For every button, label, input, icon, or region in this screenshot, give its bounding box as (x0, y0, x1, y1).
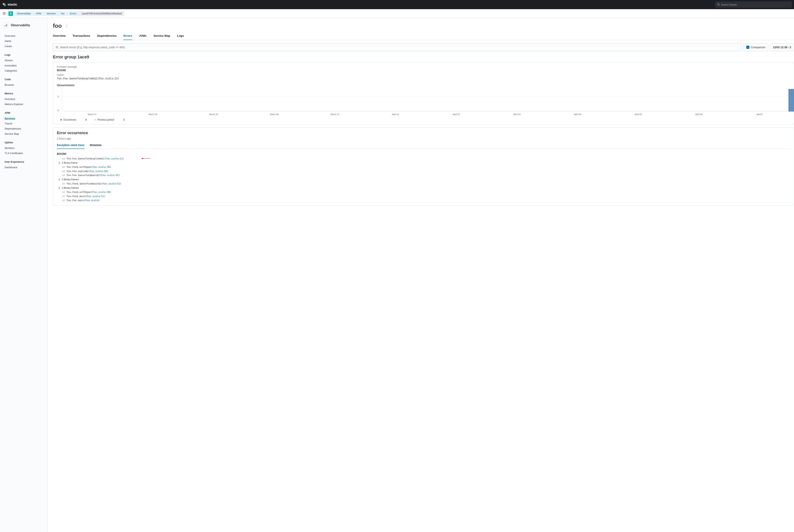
svg-point-8 (56, 46, 58, 48)
sidebar-item-overview[interactable]: Overview (0, 33, 47, 38)
error-search-input[interactable]: Search errors (E.g. http.response.status… (53, 43, 741, 51)
search-icon (56, 46, 58, 49)
stack-trace: at foo.Foo.$anonfun$explode$1(Foo.scala:… (57, 156, 790, 202)
source-link[interactable]: (Foo.scala:55) (100, 174, 120, 177)
svg-rect-6 (5, 24, 6, 26)
tab-dependencies[interactable]: Dependencies (97, 34, 117, 40)
legend-occurrences[interactable]: Occurences 8 (60, 118, 87, 121)
main-content: foo OverviewTransactionsDependenciesErro… (48, 18, 794, 532)
sidebar-title: Observability (0, 21, 47, 32)
sidebar: Observability OverviewAlertsCasesLogsStr… (0, 18, 48, 532)
chevron-right-icon: ❯ (58, 187, 60, 189)
brand-text: elastic (8, 3, 17, 6)
occurrences-title: Occurrences (57, 83, 790, 87)
subtab-metadata[interactable]: Metadata (90, 144, 101, 149)
source-link[interactable]: (Foo.scala) (84, 199, 100, 202)
sidebar-item-monitors[interactable]: Monitors (0, 146, 47, 151)
sidebar-item-browser[interactable]: Browser (0, 82, 47, 88)
source-link[interactable]: (Foo.scala:38) (91, 166, 111, 168)
legend-previous-period[interactable]: Previous period 0 (94, 118, 125, 121)
sidebar-item-cases[interactable]: Cases (0, 44, 47, 49)
culprit-label: Culprit (57, 74, 790, 76)
svg-line-9 (58, 48, 58, 49)
global-search-placeholder: Search Elastic (721, 3, 737, 6)
sidebar-item-anomalies[interactable]: Anomalies (0, 63, 47, 68)
sidebar-item-categories[interactable]: Categories (0, 68, 47, 73)
space-avatar[interactable]: D (8, 11, 13, 16)
tab-jvms[interactable]: JVMs (139, 34, 147, 40)
chevron-right-icon: ❯ (58, 178, 60, 180)
source-link[interactable]: (Foo.scala:20) (88, 170, 108, 173)
breadcrumb-observability[interactable]: Observability (15, 11, 33, 16)
x-tick: March 31 (304, 113, 365, 115)
stack-frame: at foo.Foo$.$anonfun$main$1(Foo.scala:52… (57, 182, 790, 186)
error-group-panel: Exception message BOOM! Culprit foo.Foo.… (53, 62, 794, 125)
sidebar-heading-logs: Logs (0, 52, 47, 58)
sidebar-item-alerts[interactable]: Alerts (0, 38, 47, 44)
sidebar-item-tls-certificates[interactable]: TLS Certificates (0, 151, 47, 156)
x-tick: April 02 (426, 113, 487, 115)
x-tick: April 06 (668, 113, 729, 115)
observability-icon (3, 23, 8, 28)
tab-transactions[interactable]: Transactions (73, 34, 90, 40)
breadcrumb-apm[interactable]: APM (33, 11, 43, 16)
breadcrumb-services[interactable]: Services (43, 11, 58, 16)
x-tick: April 03 (487, 113, 547, 115)
sidebar-item-metrics-explorer[interactable]: Metrics Explorer (0, 101, 47, 107)
menu-toggle-icon[interactable]: ☰ (2, 11, 6, 17)
sidebar-heading-apm: APM (0, 110, 47, 116)
sidebar-item-services[interactable]: Services (0, 116, 47, 121)
tab-overview[interactable]: Overview (53, 34, 66, 40)
stack-frame: at foo.Foo$.main(Foo.scala:51) (57, 194, 790, 198)
svg-point-2 (4, 3, 5, 5)
stack-trace-title: BOOM! (57, 152, 790, 155)
annotation-arrow-icon (141, 157, 151, 161)
svg-point-3 (718, 3, 719, 5)
breadcrumb-errors[interactable]: Errors (67, 11, 79, 16)
stack-frame: at foo.Foo.explode(Foo.scala:20) (57, 169, 790, 173)
stack-frame: at foo.Foo.main(Foo.scala) (57, 198, 790, 202)
source-link[interactable]: (Foo.scala:51) (85, 195, 105, 198)
x-tick: April 01 (365, 113, 426, 115)
sidebar-heading-code: Code (0, 76, 47, 82)
svg-rect-5 (5, 25, 5, 26)
breadcrumb-1ace97bff14c4a3190df98d2d45a4ba3: 1ace97bff14c4a3190df98d2d45a4ba3 (79, 11, 124, 16)
source-link[interactable]: (Foo.scala:38) (91, 191, 111, 193)
error-occurrence-time: 2 hours ago (57, 137, 790, 140)
sidebar-item-service-map[interactable]: Service Map (0, 131, 47, 136)
x-tick: April 04 (547, 113, 608, 115)
source-link[interactable]: (Foo.scala:21) (104, 157, 124, 160)
svg-marker-11 (141, 158, 143, 159)
error-occurrence-title: Error occurrence (57, 131, 790, 135)
stack-frame: at foo.Foo$.withSpan(Foo.scala:38) (57, 190, 790, 194)
tab-logs[interactable]: Logs (177, 34, 184, 40)
sidebar-item-traces[interactable]: Traces (0, 121, 47, 126)
elastic-icon (2, 3, 6, 6)
sidebar-heading-uptime: Uptime (0, 139, 47, 146)
sidebar-heading-user-experience: User Experience (0, 159, 47, 165)
subtab-exception-stack-trace[interactable]: Exception stack trace (57, 144, 85, 149)
sidebar-item-dashboard[interactable]: Dashboard (0, 165, 47, 170)
collapsed-frames[interactable]: ❯ 2 library frames (57, 186, 790, 190)
x-tick: April 05 (608, 113, 668, 115)
comparison-toggle[interactable]: ✓ Comparison (743, 43, 768, 51)
tab-errors[interactable]: Errors (124, 34, 132, 40)
sidebar-item-inventory[interactable]: Inventory (0, 96, 47, 101)
x-tick: March 30 (244, 113, 304, 115)
tab-service-map[interactable]: Service Map (153, 34, 170, 40)
chart-bar[interactable] (789, 89, 794, 112)
x-tick: March 28 (123, 113, 183, 115)
collapsed-frames[interactable]: ❯ 1 library frame (57, 160, 790, 165)
source-link[interactable]: (Foo.scala:52) (101, 182, 121, 185)
sidebar-item-stream[interactable]: Stream (0, 58, 47, 63)
date-range-picker[interactable]: 12/03 12:38 - 2 (770, 43, 794, 51)
breadcrumb-foo[interactable]: foo (58, 11, 67, 16)
global-search[interactable]: Search Elastic (715, 2, 792, 8)
collapsed-frames[interactable]: ❯ 2 library frames (57, 177, 790, 182)
stack-frame: at foo.Foo.$anonfun$main$2(Foo.scala:55) (57, 173, 790, 177)
sidebar-item-dependencies[interactable]: Dependencies (0, 126, 47, 131)
brand-logo[interactable]: elastic (2, 3, 17, 6)
search-icon (717, 3, 720, 6)
exception-message-label: Exception message (57, 65, 790, 68)
chart-legend: Occurences 8 Previous period 0 (57, 118, 790, 121)
